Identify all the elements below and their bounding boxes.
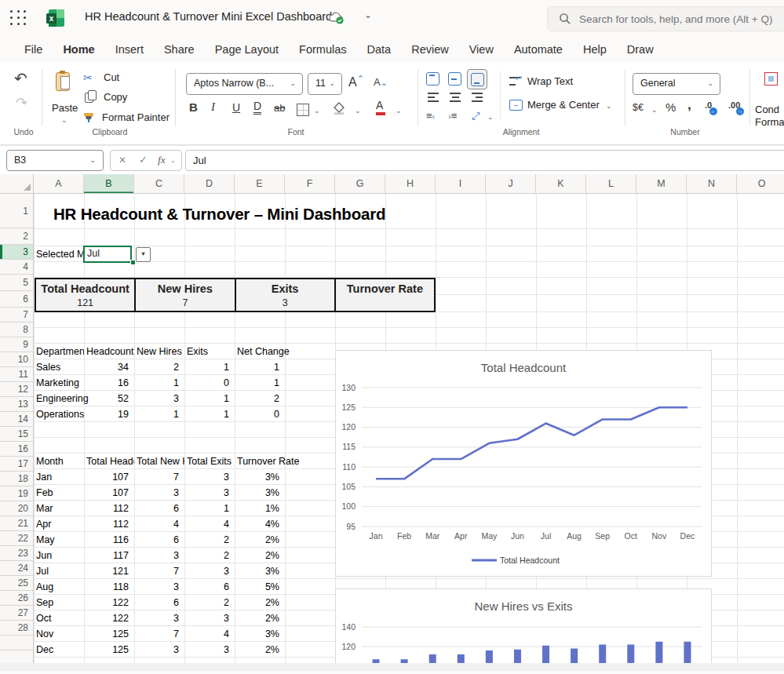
monthly-cell[interactable]: 2% [235, 642, 279, 658]
font-size-select[interactable]: 11 ⌄ [308, 73, 342, 95]
bottom-align-button[interactable] [467, 69, 487, 89]
row-header-10[interactable]: 10 [0, 352, 34, 367]
monthly-cell[interactable]: 3 [134, 548, 179, 563]
column-header-F[interactable]: F [285, 174, 335, 194]
cut-button[interactable]: ✂ Cut [83, 71, 93, 85]
monthly-cell[interactable]: 2 [184, 548, 229, 563]
font-name-select[interactable]: Aptos Narrow (B... ⌄ [186, 73, 303, 95]
dept-header[interactable]: New Hires [137, 344, 184, 359]
confirm-entry-icon[interactable]: ✓ [139, 154, 148, 166]
horizontal-scrollbar[interactable] [0, 663, 784, 671]
monthly-cell[interactable]: Jul [36, 563, 49, 579]
monthly-cell[interactable]: Jan [36, 469, 52, 485]
column-header-C[interactable]: C [134, 174, 184, 194]
column-header-G[interactable]: G [335, 174, 385, 194]
row-header-24[interactable]: 24 [0, 561, 34, 576]
column-header-D[interactable]: D [184, 174, 235, 194]
monthly-cell[interactable]: 3% [235, 626, 279, 642]
monthly-cell[interactable]: 4 [184, 516, 229, 532]
monthly-cell[interactable]: Jun [36, 548, 52, 563]
tab-data[interactable]: Data [357, 43, 402, 56]
column-header-N[interactable]: N [687, 174, 737, 194]
dept-cell[interactable]: 0 [235, 406, 279, 422]
conditional-formatting-button[interactable]: Cond Forma [755, 71, 784, 126]
strikethrough-button[interactable]: ab [274, 102, 285, 114]
monthly-cell[interactable]: Apr [36, 516, 51, 532]
monthly-cell[interactable]: 2 [184, 595, 229, 610]
excel-logo-icon[interactable]: x [46, 9, 65, 27]
monthly-cell[interactable]: 3% [235, 485, 279, 501]
selected-cell-B3[interactable]: Jul [83, 246, 132, 263]
monthly-cell[interactable]: 117 [84, 548, 129, 563]
borders-chevron-icon[interactable]: ⌄ [314, 107, 320, 115]
row-header-22[interactable]: 22 [0, 531, 34, 546]
kpi-card-turnover-rate[interactable]: Turnover Rate [334, 279, 434, 311]
row-header-12[interactable]: 12 [0, 382, 34, 397]
dept-cell[interactable]: 19 [84, 406, 129, 422]
dept-cell[interactable]: 1 [134, 375, 179, 391]
dept-cell[interactable]: 1 [184, 406, 229, 422]
monthly-cell[interactable]: 6 [134, 501, 179, 516]
borders-button[interactable] [297, 104, 309, 116]
monthly-cell[interactable]: 3 [134, 579, 179, 595]
title-dropdown-chevron-icon[interactable]: ⌄ [364, 9, 372, 20]
align-right-button[interactable] [472, 93, 484, 102]
percent-style-button[interactable]: % [665, 100, 676, 114]
column-header-A[interactable]: A [34, 174, 84, 194]
column-header-O[interactable]: O [737, 174, 784, 194]
monthly-cell[interactable]: 122 [84, 610, 129, 626]
monthly-cell[interactable]: Sep [36, 595, 53, 610]
column-header-M[interactable]: M [636, 174, 687, 194]
monthly-cell[interactable]: 5% [235, 579, 279, 595]
decrease-font-size-button[interactable]: A⌄ [374, 76, 388, 88]
row-header-21[interactable]: 21 [0, 516, 34, 531]
monthly-header[interactable]: Turnover Rate [237, 454, 299, 469]
monthly-cell[interactable]: Aug [36, 579, 53, 595]
currency-chevron-icon[interactable]: ⌄ [651, 106, 658, 114]
monthly-cell[interactable]: 112 [84, 501, 129, 516]
italic-button[interactable]: I [211, 100, 215, 114]
monthly-header[interactable]: Total Headcount [86, 454, 134, 469]
dept-cell[interactable]: 1 [235, 359, 279, 375]
tab-home[interactable]: Home [53, 43, 104, 56]
formula-input[interactable]: Jul [185, 150, 784, 171]
monthly-cell[interactable]: 3 [184, 469, 229, 485]
monthly-cell[interactable]: 3 [134, 485, 179, 501]
monthly-cell[interactable]: 112 [84, 516, 129, 532]
bold-button[interactable]: B [189, 100, 198, 114]
row-header-7[interactable]: 7 [0, 308, 34, 322]
increase-font-size-button[interactable]: A⌃ [348, 74, 364, 89]
row-header-19[interactable]: 19 [0, 486, 34, 501]
tab-share[interactable]: Share [154, 43, 205, 56]
tab-view[interactable]: View [459, 43, 504, 56]
tab-help[interactable]: Help [573, 43, 617, 56]
decrease-indent-button[interactable]: ≡‹ [426, 110, 435, 122]
increase-indent-button[interactable]: ›≡ [448, 110, 457, 122]
monthly-cell[interactable]: 118 [84, 579, 129, 595]
column-header-J[interactable]: J [486, 174, 536, 194]
dept-header[interactable]: Department [36, 344, 84, 359]
monthly-cell[interactable]: 3 [184, 563, 229, 579]
font-color-chevron-icon[interactable]: ⌄ [396, 107, 402, 115]
document-title[interactable]: HR Headcount & Turnover Mini Excel Dashb… [85, 10, 332, 23]
monthly-cell[interactable]: 2% [235, 548, 279, 563]
currency-button[interactable]: $€ [633, 102, 644, 113]
monthly-cell[interactable]: 107 [84, 485, 129, 501]
kpi-card-total-headcount[interactable]: Total Headcount121 [36, 279, 134, 311]
row-header-28[interactable]: 28 [0, 621, 34, 636]
row-header-26[interactable]: 26 [0, 591, 34, 606]
monthly-cell[interactable]: 6 [134, 595, 179, 610]
name-box[interactable]: B3 ⌄ [6, 150, 104, 171]
row-header-15[interactable]: 15 [0, 427, 34, 442]
monthly-cell[interactable]: 122 [84, 595, 129, 610]
orientation-button[interactable]: ⤢ [472, 110, 480, 122]
dept-cell[interactable]: Sales [36, 359, 60, 375]
monthly-cell[interactable]: 3 [184, 485, 229, 501]
monthly-cell[interactable]: 2% [235, 610, 279, 626]
dept-cell[interactable]: 16 [84, 375, 129, 391]
font-color-button[interactable]: A [376, 99, 383, 111]
app-launcher-icon[interactable] [10, 10, 27, 26]
monthly-cell[interactable]: May [36, 532, 55, 548]
row-header-5[interactable]: 5 [0, 275, 34, 291]
tab-page-layout[interactable]: Page Layout [205, 43, 289, 56]
